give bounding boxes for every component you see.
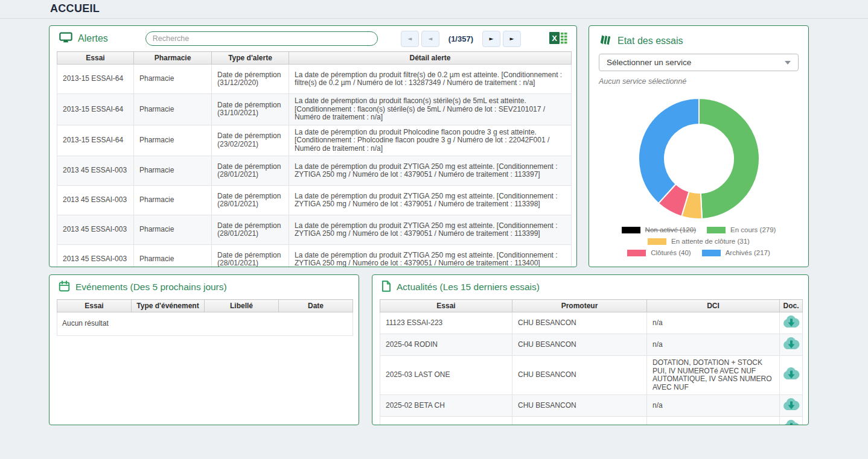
empty-result-row: Aucun résultat — [57, 312, 353, 336]
alert-row: 2013 45 ESSAI-003 Pharmacie Date de pére… — [57, 245, 572, 268]
alert-essai: 2013 45 ESSAI-003 — [57, 156, 134, 186]
legend-label: En attente de clôture (31) — [671, 238, 750, 245]
column-header-type-evenement: Type d'événement — [132, 300, 205, 312]
news-promoteur — [512, 417, 647, 426]
page-indicator: (1/357) — [448, 34, 473, 43]
service-select[interactable]: Sélectionner un service — [599, 54, 799, 71]
news-essai: 2025-04 RODIN — [380, 334, 512, 356]
legend-swatch-pink — [627, 250, 646, 256]
alert-type: Date de péremption (28/01/2021) — [212, 186, 289, 215]
download-icon[interactable] — [782, 344, 800, 353]
first-page-button[interactable]: ◄ — [401, 31, 419, 47]
alert-row: 2013-15 ESSAI-64 Pharmacie Date de pérem… — [57, 94, 572, 125]
alert-pharmacie: Pharmacie — [134, 215, 212, 245]
document-icon — [381, 280, 391, 294]
monitor-alert-icon — [59, 32, 72, 46]
chart-legend: Non activé (120) En cours (279) En atten… — [599, 226, 799, 256]
last-page-button[interactable]: ► — [503, 31, 521, 47]
search-input[interactable] — [145, 31, 378, 46]
events-panel-header: Evénements (Des 5 prochains jours) — [49, 275, 359, 299]
chevron-down-icon — [785, 61, 791, 65]
alert-essai: 2013-15 ESSAI-64 — [57, 65, 134, 94]
news-title: Actualités (Les 15 derniers essais) — [397, 282, 540, 293]
legend-swatch-blue — [702, 250, 721, 256]
alert-pharmacie: Pharmacie — [134, 245, 212, 268]
news-promoteur: CHU BESANCON — [512, 312, 647, 334]
alert-detail: La date de péremption du produit filtre(… — [289, 65, 572, 94]
alert-pharmacie: Pharmacie — [134, 186, 212, 215]
download-icon[interactable] — [782, 375, 800, 383]
stacked-pages-icon — [599, 34, 612, 49]
news-panel: Actualités (Les 15 derniers essais) Essa… — [372, 274, 809, 425]
alert-detail: La date de péremption du produit ZYTIGA … — [289, 156, 572, 186]
column-header-doc: Doc. — [780, 300, 803, 312]
news-dci: DOTATION, DOTATION + STOCK PUI, IV NUMER… — [647, 356, 780, 395]
news-promoteur: CHU BESANCON — [512, 356, 647, 395]
news-dci: n/a — [647, 395, 780, 417]
legend-swatch-yellow — [648, 238, 666, 245]
alert-pharmacie: Pharmacie — [134, 125, 212, 156]
download-icon[interactable] — [782, 323, 800, 331]
download-icon[interactable] — [782, 405, 800, 414]
column-header-type-alerte: Type d'alerte — [212, 52, 289, 65]
legend-item-archives[interactable]: Archivés (217) — [702, 249, 770, 256]
excel-export-icon: X — [549, 39, 567, 48]
svg-text:X: X — [552, 34, 557, 43]
events-panel: Evénements (Des 5 prochains jours) Essai… — [49, 274, 359, 425]
alert-detail: La date de péremption du produit flacon(… — [289, 94, 572, 125]
alert-pharmacie: Pharmacie — [134, 65, 212, 94]
legend-label: Archivés (217) — [726, 249, 770, 256]
column-header-pharmacie: Pharmacie — [134, 52, 212, 65]
legend-item-attente-cloture[interactable]: En attente de clôture (31) — [648, 238, 750, 245]
legend-item-non-active[interactable]: Non activé (120) — [622, 226, 696, 233]
legend-item-en-cours[interactable]: En cours (279) — [707, 226, 776, 233]
trial-status-panel: Etat des essais Sélectionner un service … — [589, 25, 809, 267]
news-table: Essai Promoteur DCI Doc. 11123 ESSAI-223… — [380, 299, 803, 425]
news-essai: 11123 ESSAI-223 — [380, 312, 512, 334]
legend-swatch-black — [622, 227, 640, 233]
service-select-value: Sélectionner un service — [607, 58, 691, 67]
alert-type: Date de péremption (31/10/2021) — [212, 94, 289, 125]
alert-essai: 2013 45 ESSAI-003 — [57, 245, 134, 268]
alert-type: Date de péremption (28/01/2021) — [212, 245, 289, 268]
news-promoteur: CHU BESANCON — [512, 395, 647, 417]
news-row — [380, 417, 803, 426]
column-header-essai: Essai — [57, 300, 132, 312]
legend-label: Non activé (120) — [645, 226, 696, 233]
legend-item-clotures[interactable]: Clôturés (40) — [627, 249, 691, 256]
alert-row: 2013 45 ESSAI-003 Pharmacie Date de pére… — [57, 186, 572, 215]
trial-status-header: Etat des essais — [599, 32, 799, 50]
alert-type: Date de péremption (28/01/2021) — [212, 156, 289, 186]
news-row: 11123 ESSAI-223 CHU BESANCON n/a — [380, 312, 803, 334]
title-divider — [0, 18, 868, 19]
column-header-date: Date — [279, 300, 353, 312]
pagination: ◄ ◄ (1/357) ► ► — [400, 31, 522, 47]
alert-row: 2013 45 ESSAI-003 Pharmacie Date de pére… — [57, 215, 572, 245]
alerts-panel-header: Alertes ◄ ◄ (1/357) ► ► X — [49, 26, 576, 51]
column-header-detail-alerte: Détail alerte — [289, 52, 572, 65]
trial-status-title: Etat des essais — [617, 36, 683, 46]
alert-pharmacie: Pharmacie — [134, 94, 212, 125]
news-essai — [380, 417, 512, 426]
alerts-table-header-row: Essai Pharmacie Type d'alerte Détail ale… — [57, 52, 572, 65]
alert-essai: 2013 45 ESSAI-003 — [57, 215, 134, 245]
legend-swatch-green — [707, 227, 726, 233]
alerts-title: Alertes — [78, 33, 108, 44]
previous-page-button[interactable]: ◄ — [421, 31, 439, 47]
alert-row: 2013-15 ESSAI-64 Pharmacie Date de pérem… — [57, 125, 572, 156]
next-page-button[interactable]: ► — [482, 31, 500, 47]
alert-detail: La date de péremption du produit ZYTIGA … — [289, 215, 572, 245]
news-dci: n/a — [647, 312, 780, 334]
alert-detail: La date de péremption du produit ZYTIGA … — [289, 245, 572, 268]
column-header-libelle: Libellé — [205, 300, 279, 312]
alert-detail: La date de péremption du produit ZYTIGA … — [289, 186, 572, 215]
alert-row: 2013 45 ESSAI-003 Pharmacie Date de pére… — [57, 156, 572, 186]
news-panel-header: Actualités (Les 15 derniers essais) — [372, 275, 808, 299]
column-header-dci: DCI — [647, 300, 780, 312]
alert-pharmacie: Pharmacie — [134, 156, 212, 186]
alert-essai: 2013-15 ESSAI-64 — [57, 125, 134, 156]
excel-export-button[interactable]: X — [549, 30, 567, 48]
page-title: ACCUEIL — [50, 2, 100, 15]
events-table-header-row: Essai Type d'événement Libellé Date — [57, 300, 353, 312]
calendar-icon — [59, 280, 70, 294]
